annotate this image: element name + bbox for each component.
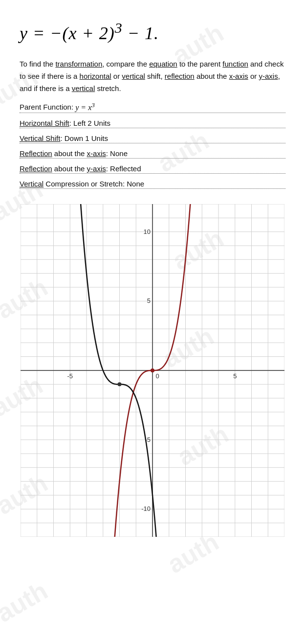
parent-function-value: y = x3 — [75, 103, 95, 112]
parent-function-row: Parent Function: y = x3 — [20, 101, 285, 113]
reflection-yaxis-value: about the y-axis: Reflected — [52, 164, 141, 173]
horizontal-shift-value: : Left 2 Units — [69, 119, 110, 127]
horizontal-shift-row: Horizontal Shift: Left 2 Units — [20, 119, 285, 128]
vertical-shift-row: Vertical Shift: Down 1 Units — [20, 135, 285, 143]
reflection-yaxis-row: Reflection about the y-axis: Reflected — [20, 165, 285, 174]
reflection-xaxis-value: about the x-axis: None — [52, 149, 128, 158]
description-text: To find the transformation, compare the … — [20, 58, 285, 94]
vertical-shift-label: Vertical Shift — [20, 134, 60, 142]
compression-value: Compression or Stretch: None — [44, 180, 144, 188]
vertical-shift-value: : Down 1 Units — [60, 134, 108, 142]
parent-function-label: Parent Function: — [20, 103, 73, 112]
reflection-xaxis-label: Reflection — [20, 149, 52, 158]
graph-canvas — [21, 204, 284, 537]
graph-container — [21, 204, 284, 537]
reflection-xaxis-row: Reflection about the x-axis: None — [20, 150, 285, 159]
watermark: auth — [0, 576, 52, 628]
compression-label: Vertical — [20, 180, 44, 188]
reflection-yaxis-label: Reflection — [20, 164, 52, 173]
properties-list: Parent Function: y = x3 Horizontal Shift… — [20, 101, 285, 195]
compression-row: Vertical Compression or Stretch: None — [20, 180, 285, 189]
equation-display: y = −(x + 2)3 − 1. — [20, 20, 285, 44]
horizontal-shift-label: Horizontal Shift — [20, 119, 69, 127]
